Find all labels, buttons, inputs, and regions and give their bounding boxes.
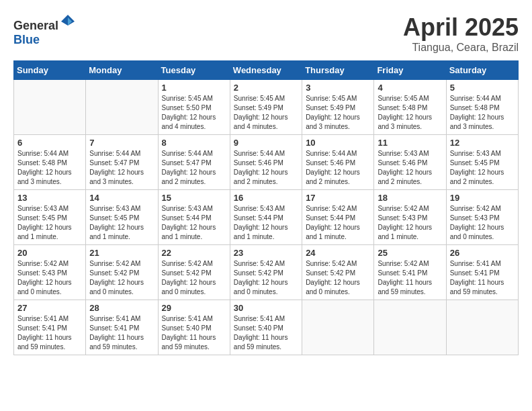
logo-general: General <box>13 19 58 32</box>
day-info: Sunrise: 5:43 AM Sunset: 5:46 PM Dayligh… <box>378 149 442 187</box>
calendar-cell: 23Sunrise: 5:42 AM Sunset: 5:42 PM Dayli… <box>230 245 302 300</box>
day-number: 24 <box>306 248 370 258</box>
calendar-cell: 30Sunrise: 5:41 AM Sunset: 5:40 PM Dayli… <box>230 300 302 355</box>
calendar-cell: 18Sunrise: 5:42 AM Sunset: 5:43 PM Dayli… <box>374 190 446 245</box>
calendar-week-row: 6Sunrise: 5:44 AM Sunset: 5:48 PM Daylig… <box>14 135 519 190</box>
day-info: Sunrise: 5:41 AM Sunset: 5:40 PM Dayligh… <box>234 314 298 352</box>
logo-icon <box>60 13 76 30</box>
day-info: Sunrise: 5:42 AM Sunset: 5:43 PM Dayligh… <box>17 259 82 297</box>
weekday-header-saturday: Saturday <box>446 61 518 80</box>
logo-blue: Blue <box>13 33 40 46</box>
day-number: 25 <box>378 248 442 258</box>
day-info: Sunrise: 5:44 AM Sunset: 5:47 PM Dayligh… <box>89 149 154 187</box>
day-number: 8 <box>162 138 226 148</box>
weekday-header-tuesday: Tuesday <box>158 61 230 80</box>
day-number: 29 <box>162 303 226 313</box>
day-number: 16 <box>234 193 298 203</box>
day-info: Sunrise: 5:43 AM Sunset: 5:44 PM Dayligh… <box>162 204 226 242</box>
day-info: Sunrise: 5:44 AM Sunset: 5:48 PM Dayligh… <box>17 149 82 187</box>
day-info: Sunrise: 5:45 AM Sunset: 5:49 PM Dayligh… <box>234 94 298 132</box>
day-info: Sunrise: 5:43 AM Sunset: 5:45 PM Dayligh… <box>450 149 515 187</box>
day-number: 13 <box>17 193 82 203</box>
day-number: 9 <box>234 138 298 148</box>
calendar-cell: 17Sunrise: 5:42 AM Sunset: 5:44 PM Dayli… <box>302 190 374 245</box>
day-number: 11 <box>378 138 442 148</box>
calendar-cell: 14Sunrise: 5:43 AM Sunset: 5:45 PM Dayli… <box>86 190 158 245</box>
calendar-cell: 2Sunrise: 5:45 AM Sunset: 5:49 PM Daylig… <box>230 80 302 135</box>
day-info: Sunrise: 5:44 AM Sunset: 5:48 PM Dayligh… <box>450 94 515 132</box>
calendar-cell <box>302 300 374 355</box>
calendar-cell: 26Sunrise: 5:41 AM Sunset: 5:41 PM Dayli… <box>446 245 518 300</box>
calendar-cell: 20Sunrise: 5:42 AM Sunset: 5:43 PM Dayli… <box>14 245 86 300</box>
calendar-cell: 11Sunrise: 5:43 AM Sunset: 5:46 PM Dayli… <box>374 135 446 190</box>
day-info: Sunrise: 5:42 AM Sunset: 5:42 PM Dayligh… <box>162 259 226 297</box>
calendar-cell: 25Sunrise: 5:42 AM Sunset: 5:41 PM Dayli… <box>374 245 446 300</box>
month-year-title: April 2025 <box>403 13 519 42</box>
calendar-cell <box>14 80 86 135</box>
calendar-cell: 6Sunrise: 5:44 AM Sunset: 5:48 PM Daylig… <box>14 135 86 190</box>
calendar-cell <box>86 80 158 135</box>
day-info: Sunrise: 5:41 AM Sunset: 5:41 PM Dayligh… <box>89 314 154 352</box>
day-info: Sunrise: 5:44 AM Sunset: 5:47 PM Dayligh… <box>162 149 226 187</box>
calendar-week-row: 27Sunrise: 5:41 AM Sunset: 5:41 PM Dayli… <box>14 300 519 355</box>
calendar-cell: 8Sunrise: 5:44 AM Sunset: 5:47 PM Daylig… <box>158 135 230 190</box>
day-number: 12 <box>450 138 515 148</box>
day-info: Sunrise: 5:42 AM Sunset: 5:41 PM Dayligh… <box>378 259 442 297</box>
calendar-cell: 28Sunrise: 5:41 AM Sunset: 5:41 PM Dayli… <box>86 300 158 355</box>
calendar-cell: 5Sunrise: 5:44 AM Sunset: 5:48 PM Daylig… <box>446 80 518 135</box>
day-info: Sunrise: 5:45 AM Sunset: 5:48 PM Dayligh… <box>378 94 442 132</box>
day-info: Sunrise: 5:42 AM Sunset: 5:43 PM Dayligh… <box>450 204 515 242</box>
day-number: 2 <box>234 83 298 93</box>
calendar-cell: 16Sunrise: 5:43 AM Sunset: 5:44 PM Dayli… <box>230 190 302 245</box>
day-info: Sunrise: 5:45 AM Sunset: 5:49 PM Dayligh… <box>306 94 370 132</box>
calendar-week-row: 13Sunrise: 5:43 AM Sunset: 5:45 PM Dayli… <box>14 190 519 245</box>
day-number: 5 <box>450 83 515 93</box>
day-number: 1 <box>162 83 226 93</box>
calendar-week-row: 1Sunrise: 5:45 AM Sunset: 5:50 PM Daylig… <box>14 80 519 135</box>
calendar-week-row: 20Sunrise: 5:42 AM Sunset: 5:43 PM Dayli… <box>14 245 519 300</box>
calendar-cell: 27Sunrise: 5:41 AM Sunset: 5:41 PM Dayli… <box>14 300 86 355</box>
location-subtitle: Tiangua, Ceara, Brazil <box>403 42 519 54</box>
day-number: 26 <box>450 248 515 258</box>
day-info: Sunrise: 5:42 AM Sunset: 5:42 PM Dayligh… <box>234 259 298 297</box>
day-number: 6 <box>17 138 82 148</box>
calendar-cell: 3Sunrise: 5:45 AM Sunset: 5:49 PM Daylig… <box>302 80 374 135</box>
calendar-cell: 21Sunrise: 5:42 AM Sunset: 5:42 PM Dayli… <box>86 245 158 300</box>
calendar-cell: 12Sunrise: 5:43 AM Sunset: 5:45 PM Dayli… <box>446 135 518 190</box>
calendar-cell: 22Sunrise: 5:42 AM Sunset: 5:42 PM Dayli… <box>158 245 230 300</box>
day-number: 7 <box>89 138 154 148</box>
weekday-header-friday: Friday <box>374 61 446 80</box>
day-number: 19 <box>450 193 515 203</box>
day-info: Sunrise: 5:41 AM Sunset: 5:41 PM Dayligh… <box>450 259 515 297</box>
weekday-header-thursday: Thursday <box>302 61 374 80</box>
calendar-cell: 1Sunrise: 5:45 AM Sunset: 5:50 PM Daylig… <box>158 80 230 135</box>
day-info: Sunrise: 5:44 AM Sunset: 5:46 PM Dayligh… <box>306 149 370 187</box>
day-number: 21 <box>89 248 154 258</box>
calendar-cell <box>446 300 518 355</box>
calendar-cell: 15Sunrise: 5:43 AM Sunset: 5:44 PM Dayli… <box>158 190 230 245</box>
calendar-cell: 7Sunrise: 5:44 AM Sunset: 5:47 PM Daylig… <box>86 135 158 190</box>
calendar-cell: 19Sunrise: 5:42 AM Sunset: 5:43 PM Dayli… <box>446 190 518 245</box>
weekday-header-wednesday: Wednesday <box>230 61 302 80</box>
calendar-cell: 9Sunrise: 5:44 AM Sunset: 5:46 PM Daylig… <box>230 135 302 190</box>
day-number: 23 <box>234 248 298 258</box>
header: General Blue April 2025 Tiangua, Ceara, … <box>13 13 519 54</box>
logo-text: General Blue <box>13 13 76 47</box>
day-number: 28 <box>89 303 154 313</box>
weekday-header-sunday: Sunday <box>14 61 86 80</box>
day-info: Sunrise: 5:42 AM Sunset: 5:42 PM Dayligh… <box>306 259 370 297</box>
calendar-cell: 13Sunrise: 5:43 AM Sunset: 5:45 PM Dayli… <box>14 190 86 245</box>
day-number: 30 <box>234 303 298 313</box>
calendar-cell: 29Sunrise: 5:41 AM Sunset: 5:40 PM Dayli… <box>158 300 230 355</box>
day-number: 18 <box>378 193 442 203</box>
title-area: April 2025 Tiangua, Ceara, Brazil <box>403 13 519 54</box>
day-info: Sunrise: 5:41 AM Sunset: 5:40 PM Dayligh… <box>162 314 226 352</box>
day-number: 17 <box>306 193 370 203</box>
calendar-cell: 24Sunrise: 5:42 AM Sunset: 5:42 PM Dayli… <box>302 245 374 300</box>
day-info: Sunrise: 5:42 AM Sunset: 5:43 PM Dayligh… <box>378 204 442 242</box>
logo: General Blue <box>13 13 76 47</box>
day-number: 3 <box>306 83 370 93</box>
day-info: Sunrise: 5:43 AM Sunset: 5:45 PM Dayligh… <box>89 204 154 242</box>
day-info: Sunrise: 5:45 AM Sunset: 5:50 PM Dayligh… <box>162 94 226 132</box>
day-number: 10 <box>306 138 370 148</box>
